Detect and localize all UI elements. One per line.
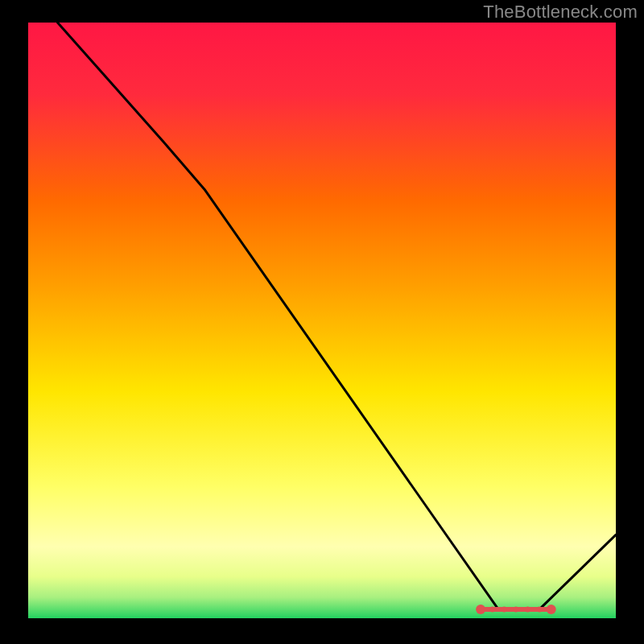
chart-container: TheBottleneck.com [0,0,644,644]
plot-area [28,23,616,618]
marker-point [502,606,507,612]
marker-point [525,606,530,612]
marker-point [513,606,518,612]
marker-point [547,605,556,614]
marker-point [476,605,485,614]
watermark-text: TheBottleneck.com [483,2,638,23]
gradient-background [28,23,616,618]
marker-point [489,606,495,612]
chart-svg [28,23,616,618]
marker-point [537,606,543,612]
